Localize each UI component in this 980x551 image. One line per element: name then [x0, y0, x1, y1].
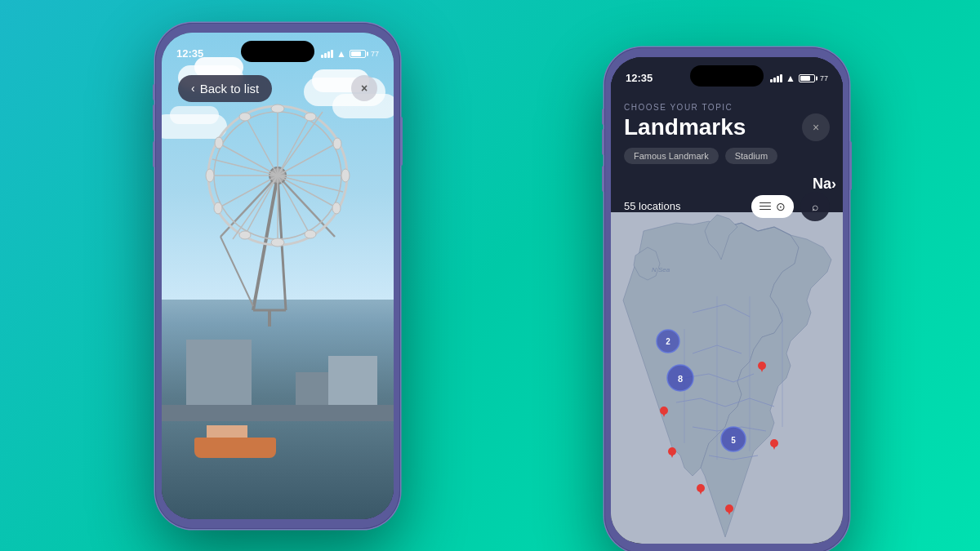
back-to-list-label: Back to list: [200, 82, 260, 96]
svg-point-35: [333, 138, 341, 149]
svg-point-32: [239, 231, 251, 239]
battery-fill: [351, 51, 361, 56]
search-icon: ⌕: [812, 200, 818, 213]
signal-bar-2: [324, 53, 327, 58]
svg-point-34: [239, 113, 251, 121]
partial-text-label: Na›: [813, 176, 836, 192]
locations-count: 55 locations: [624, 200, 680, 212]
choose-topic-label: CHOOSE YOUR TOPIC: [624, 103, 830, 112]
london-eye-container: [196, 98, 359, 343]
back-to-list-button[interactable]: ‹ Back to list: [178, 75, 272, 102]
phone-left: 12:35 ◂ App Store ▲ 77: [155, 23, 400, 529]
boat: [194, 438, 276, 458]
right-time: 12:35: [626, 72, 653, 84]
right-bar-2: [773, 78, 776, 82]
mute-button: [153, 84, 155, 100]
left-phone-screen: 12:35 ◂ App Store ▲ 77: [162, 33, 394, 519]
svg-line-25: [212, 159, 278, 176]
europe-map-svg: N Sea: [611, 212, 843, 544]
svg-point-36: [305, 230, 316, 238]
close-icon-right: ×: [813, 121, 819, 134]
tag-stadium[interactable]: Stadium: [725, 148, 777, 164]
volume-up-button: [153, 104, 155, 131]
london-eye-svg: [196, 98, 359, 327]
svg-text:2: 2: [666, 337, 670, 346]
svg-point-28: [271, 238, 284, 247]
map-area: N Sea: [611, 212, 843, 544]
right-bar-1: [770, 79, 773, 82]
signal-bar-3: [327, 51, 330, 58]
right-signal-bars: [770, 74, 782, 82]
river-thames: [162, 421, 394, 519]
north-sea-text: N Sea: [652, 266, 670, 273]
partial-nav-text: Na›: [813, 176, 836, 193]
volume-down-button: [153, 141, 155, 167]
close-button-right[interactable]: ×: [802, 113, 830, 141]
map-marker-icon: ⊙: [776, 200, 786, 213]
battery-text-left: 77: [371, 50, 379, 58]
svg-line-24: [278, 176, 343, 192]
svg-line-6: [220, 237, 253, 306]
svg-text:5: 5: [731, 436, 736, 445]
map-header: CHOOSE YOUR TOPIC Landmarks × Famous Lan…: [611, 93, 843, 172]
street-view-background: [162, 33, 394, 519]
right-wifi-icon: ▲: [786, 73, 795, 84]
toggle-line-1: [760, 202, 771, 203]
tag-famous-label: Famous Landmark: [634, 151, 709, 161]
back-chevron-icon: ‹: [191, 82, 195, 95]
svg-point-26: [271, 104, 284, 113]
svg-point-27: [341, 169, 350, 182]
battery-icon-left: [350, 50, 366, 58]
right-status-icons: ▲ 77: [770, 73, 828, 84]
right-volume-down: [602, 166, 604, 192]
power-button-left: [400, 117, 403, 166]
signal-bars: [321, 50, 333, 58]
map-toolbar: 55 locations ⊙ ⌕: [611, 192, 843, 221]
toggle-line-3: [760, 209, 771, 210]
toggle-line-2: [760, 206, 771, 207]
phone-right: 12:35 n Store ▲ 77: [604, 47, 849, 552]
list-map-toggle[interactable]: ⊙: [751, 195, 794, 218]
right-bar-4: [780, 74, 782, 82]
svg-line-22: [278, 112, 323, 176]
right-mute: [602, 109, 604, 125]
svg-point-31: [332, 202, 341, 214]
close-button-left[interactable]: ×: [351, 75, 377, 101]
battery-icon-right: [799, 74, 815, 82]
svg-point-37: [214, 202, 222, 214]
dynamic-island-left: [241, 41, 314, 62]
topic-row: Landmarks ×: [624, 113, 830, 141]
left-status-icons: ▲ 77: [321, 48, 379, 60]
tags-row: Famous Landmark Stadium: [624, 148, 830, 164]
dynamic-island-right: [690, 65, 764, 87]
toggle-lines-icon: [760, 202, 771, 211]
search-button[interactable]: ⌕: [800, 192, 830, 221]
signal-bar-4: [331, 50, 333, 58]
wifi-icon: ▲: [336, 48, 346, 60]
tag-famous-landmark[interactable]: Famous Landmark: [624, 148, 719, 164]
close-icon-left: ×: [361, 82, 368, 95]
battery-text-right: 77: [820, 74, 828, 82]
signal-bar-1: [321, 55, 323, 58]
phones-container: 12:35 ◂ App Store ▲ 77: [122, 23, 858, 529]
boat-cabin: [207, 425, 247, 438]
svg-text:8: 8: [678, 374, 683, 384]
svg-point-33: [215, 137, 223, 149]
topic-title: Landmarks: [624, 114, 746, 140]
tag-stadium-label: Stadium: [735, 151, 768, 161]
right-bar-3: [777, 76, 779, 82]
left-time: 12:35: [176, 47, 203, 60]
map-controls: ⊙ ⌕: [751, 192, 830, 221]
right-volume-up: [602, 129, 604, 155]
svg-point-30: [305, 113, 316, 121]
right-battery-fill: [800, 76, 810, 81]
ground: [162, 405, 394, 421]
right-power: [849, 141, 852, 190]
svg-point-29: [206, 169, 214, 182]
right-phone-screen: 12:35 n Store ▲ 77: [611, 57, 843, 544]
